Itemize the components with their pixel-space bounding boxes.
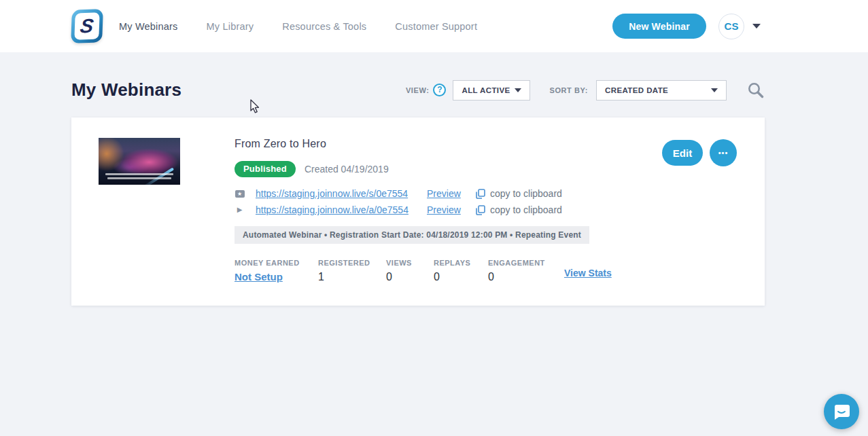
stat-views: VIEWS 0 [386, 259, 434, 283]
stat-engagement: ENGAGEMENT 0 [488, 259, 564, 283]
view-label: VIEW: [406, 86, 430, 94]
stat-money-earned: MONEY EARNED Not Setup [235, 259, 318, 283]
webinar-thumbnail[interactable] [99, 138, 180, 185]
attend-copy-to-clipboard[interactable]: copy to clipboard [476, 204, 562, 215]
play-icon: ▶ [235, 205, 245, 215]
copy-icon [476, 205, 485, 215]
app-logo-inner: S [74, 12, 99, 39]
sort-by-select[interactable]: CREATED DATE [596, 80, 727, 101]
thumbnail-caption-line [105, 173, 174, 175]
stat-value: 1 [318, 271, 386, 283]
main-nav: My Webinars My Library Resources & Tools… [119, 21, 477, 32]
attend-link-row: ▶ https://staging.joinnow.live/a/0e7554 … [235, 204, 737, 216]
view-stats-link[interactable]: View Stats [564, 268, 612, 278]
webinar-info-bar: Automated Webinar • Registration Start D… [235, 226, 589, 244]
stat-replays: REPLAYS 0 [434, 259, 488, 283]
view-filter-value: ALL ACTIVE [462, 86, 510, 94]
toolbar: My Webinars VIEW: ? ALL ACTIVE SORT BY: … [71, 79, 765, 101]
created-date: Created 04/19/2019 [305, 164, 389, 175]
ticket-icon: ★ [235, 190, 245, 198]
stat-value: Not Setup [235, 271, 318, 283]
stat-label: VIEWS [386, 259, 434, 267]
app-logo[interactable]: S [71, 9, 103, 43]
copy-to-clipboard-label: copy to clipboard [490, 188, 562, 199]
stat-label: REGISTERED [318, 259, 386, 267]
thumbnail-caption-line [107, 177, 171, 179]
sort-by-label: SORT BY: [549, 86, 588, 94]
nav-item-my-library[interactable]: My Library [207, 21, 254, 32]
edit-button[interactable]: Edit [662, 140, 703, 166]
status-badge: Published [235, 161, 296, 177]
nav-item-resources-tools[interactable]: Resources & Tools [282, 21, 366, 32]
list-controls: VIEW: ? ALL ACTIVE SORT BY: CREATED DATE [406, 80, 765, 101]
header-actions: New Webinar CS [612, 14, 761, 39]
help-icon[interactable]: ? [433, 84, 446, 96]
stat-value: 0 [488, 271, 564, 283]
webinar-card: From Zero to Hero Published Created 04/1… [71, 117, 765, 306]
registration-link[interactable]: https://staging.joinnow.live/s/0e7554 [256, 188, 416, 199]
registration-copy-to-clipboard[interactable]: copy to clipboard [476, 188, 562, 199]
stat-label: REPLAYS [434, 259, 488, 267]
stats-row: MONEY EARNED Not Setup REGISTERED 1 VIEW… [235, 259, 737, 283]
money-earned-not-setup-link[interactable]: Not Setup [235, 271, 283, 283]
stat-value: 0 [386, 271, 434, 283]
view-filter-select[interactable]: ALL ACTIVE [453, 80, 530, 101]
copy-to-clipboard-label: copy to clipboard [490, 204, 562, 215]
copy-icon [476, 189, 485, 199]
chevron-down-icon [711, 88, 718, 92]
account-menu-caret-icon[interactable] [752, 24, 761, 29]
more-options-button[interactable]: ••• [710, 139, 737, 166]
stat-registered: REGISTERED 1 [318, 259, 386, 283]
chat-launcher-button[interactable] [824, 394, 859, 429]
registration-link-row: ★ https://staging.joinnow.live/s/0e7554 … [235, 187, 737, 200]
attend-link[interactable]: https://staging.joinnow.live/a/0e7554 [256, 204, 416, 215]
stat-label: MONEY EARNED [235, 259, 318, 267]
stat-value: 0 [434, 271, 488, 283]
top-nav-bar: S My Webinars My Library Resources & Too… [0, 0, 868, 52]
stat-label: ENGAGEMENT [488, 259, 564, 267]
search-icon[interactable] [747, 81, 765, 99]
view-stats-wrap: View Stats [564, 259, 612, 279]
page-title: My Webinars [71, 79, 181, 101]
nav-item-customer-support[interactable]: Customer Support [395, 21, 477, 32]
attend-preview-link[interactable]: Preview [427, 204, 462, 215]
sort-by-value: CREATED DATE [605, 86, 668, 94]
card-actions: Edit ••• [662, 139, 737, 166]
chevron-down-icon [515, 88, 521, 92]
nav-item-my-webinars[interactable]: My Webinars [119, 21, 178, 32]
logo-s-glyph: S [79, 15, 95, 38]
user-avatar[interactable]: CS [718, 14, 744, 39]
registration-preview-link[interactable]: Preview [427, 188, 462, 199]
chat-bubble-icon [832, 403, 851, 421]
thumbnail-streak-decoration [143, 168, 174, 185]
new-webinar-button[interactable]: New Webinar [612, 14, 706, 39]
